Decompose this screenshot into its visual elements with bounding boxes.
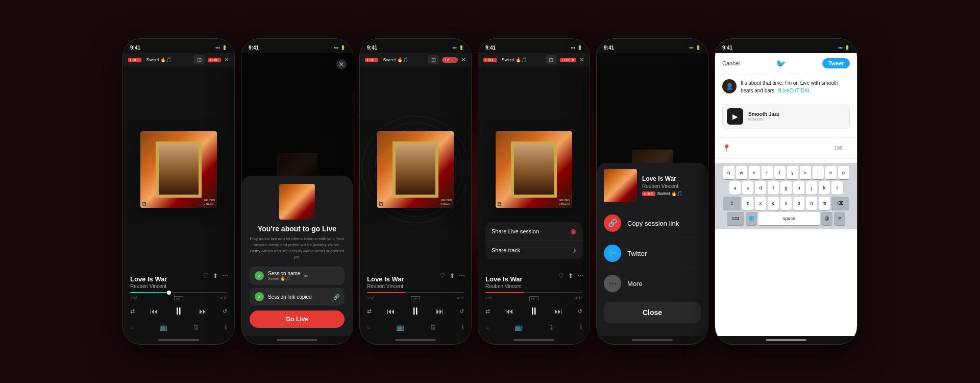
more-icon-1[interactable]: ⋯ (222, 272, 228, 279)
next-icon-4[interactable]: ⏭ (554, 307, 562, 316)
key-globe[interactable]: 🌐 (746, 212, 757, 225)
eq-icon-3[interactable]: 🎛 (430, 323, 436, 331)
progress-bar-4 (485, 292, 582, 293)
key-d[interactable]: d (755, 181, 766, 195)
key-w[interactable]: w (736, 166, 747, 179)
more-icon-4[interactable]: ⋯ (577, 272, 583, 279)
queue-icon-1[interactable]: ≡ (130, 323, 134, 331)
eq-icon-4[interactable]: 🎛 (548, 323, 555, 331)
key-e[interactable]: e (749, 166, 760, 179)
key-j[interactable]: j (806, 181, 817, 195)
shuffle-icon-1[interactable]: ⇄ (130, 308, 135, 315)
key-x[interactable]: x (755, 197, 766, 210)
progress-area-4[interactable] (478, 290, 590, 295)
share-track-row[interactable]: Share track ♪ (485, 241, 582, 259)
cast-icon-3[interactable]: ⊡ (428, 55, 439, 64)
phone-6-status: ▪▪▪ 🔋 (838, 45, 850, 50)
pause-icon-1[interactable]: ⏸ (174, 305, 184, 317)
device-icon-3[interactable]: 📺 (396, 323, 404, 331)
heart-icon-1[interactable]: ♡ (203, 272, 209, 279)
next-icon-1[interactable]: ⏭ (199, 307, 207, 316)
eq-icon-1[interactable]: 🎛 (193, 323, 200, 331)
location-icon[interactable]: 📍 (722, 144, 731, 152)
key-b[interactable]: b (793, 197, 804, 210)
key-v[interactable]: v (780, 197, 792, 210)
key-space[interactable]: space (758, 212, 820, 225)
share-icon-4[interactable]: ⬆ (568, 272, 573, 279)
heart-icon-4[interactable]: ♡ (558, 272, 564, 279)
device-icon-1[interactable]: 📺 (159, 323, 167, 331)
prev-icon-4[interactable]: ⏮ (505, 307, 513, 316)
close-btn-3[interactable]: ✕ (461, 56, 466, 63)
go-live-art (279, 184, 315, 220)
repeat-icon-3[interactable]: ↺ (459, 308, 464, 315)
prev-icon-1[interactable]: ⏮ (150, 307, 158, 316)
twitter-cancel-btn[interactable]: Cancel (722, 60, 740, 66)
key-123[interactable]: 123 (727, 212, 744, 225)
heart-icon-3[interactable]: ♡ (440, 272, 446, 279)
repeat-icon-4[interactable]: ↺ (578, 308, 582, 315)
modal-close-btn[interactable]: ✕ (336, 59, 347, 69)
cast-icon[interactable]: ⊡ (193, 55, 205, 64)
tweet-text-area[interactable]: It's about that time. I'm on Live with s… (741, 79, 850, 94)
key-c[interactable]: c (768, 197, 779, 210)
shuffle-icon-4[interactable]: ⇄ (485, 308, 490, 315)
cast-icon-4[interactable]: ⊡ (546, 55, 557, 64)
shuffle-icon-3[interactable]: ⇄ (367, 308, 372, 315)
home-indicator-3 (360, 336, 471, 344)
key-p[interactable]: p (838, 166, 849, 179)
key-s[interactable]: s (742, 181, 753, 195)
key-z[interactable]: z (742, 197, 753, 210)
share-icon-3[interactable]: ⬆ (450, 272, 455, 279)
go-live-btn[interactable]: Go Live (250, 310, 345, 328)
key-backspace[interactable]: ⌫ (831, 197, 849, 210)
close-btn-4[interactable]: ✕ (579, 56, 584, 63)
more-icon-3[interactable]: ⋯ (459, 272, 465, 279)
close-btn-1[interactable]: ✕ (224, 56, 229, 63)
key-l[interactable]: l (831, 181, 843, 195)
key-at[interactable]: @ (821, 212, 832, 225)
share-option-copy[interactable]: 🔗 Copy session link (604, 208, 701, 238)
share-option-more[interactable]: ⋯ More (604, 269, 701, 298)
key-hash[interactable]: # (834, 212, 845, 225)
share-option-twitter[interactable]: 🐦 Twitter (604, 238, 701, 269)
phone-6-notch: 9:41 ▪▪▪ 🔋 (715, 39, 857, 53)
pause-icon-3[interactable]: ⏸ (410, 305, 421, 317)
key-y[interactable]: y (787, 166, 798, 179)
info-icon-4[interactable]: ℹ (580, 323, 582, 331)
progress-bar-3 (367, 292, 464, 293)
char-count: 195 (827, 146, 850, 151)
key-n[interactable]: n (806, 197, 817, 210)
key-i[interactable]: i (813, 166, 824, 179)
progress-area-1[interactable] (123, 290, 234, 295)
info-icon-3[interactable]: ℹ (461, 323, 464, 331)
progress-area-3[interactable] (360, 290, 471, 295)
key-shift[interactable]: ⇧ (723, 197, 741, 210)
device-icon-4[interactable]: 📺 (514, 323, 523, 331)
controls-1: ⇄ ⏮ ⏸ ⏭ ↺ (123, 302, 234, 320)
queue-icon-4[interactable]: ≡ (485, 323, 489, 331)
key-r[interactable]: r (762, 166, 773, 179)
key-t[interactable]: t (774, 166, 786, 179)
key-f[interactable]: f (768, 181, 779, 195)
session-name-row[interactable]: ✓ Session name Sweet 🔥🎵 ✏ (250, 267, 345, 285)
key-a[interactable]: a (729, 181, 741, 195)
share-close-btn[interactable]: Close (604, 302, 701, 323)
key-h[interactable]: h (793, 181, 804, 195)
key-g[interactable]: g (780, 181, 792, 195)
queue-icon-3[interactable]: ≡ (367, 323, 371, 331)
key-q[interactable]: q (723, 166, 734, 179)
repeat-icon-1[interactable]: ↺ (223, 308, 227, 315)
pause-icon-4[interactable]: ⏸ (529, 305, 539, 317)
info-icon-1[interactable]: ℹ (225, 323, 227, 331)
share-live-row[interactable]: Share Live session ◉ (485, 222, 582, 241)
share-icon-1[interactable]: ⬆ (213, 272, 218, 279)
key-m[interactable]: m (819, 197, 830, 210)
prev-icon-3[interactable]: ⏮ (387, 307, 395, 316)
key-o[interactable]: o (825, 166, 837, 179)
tweet-btn[interactable]: Tweet (822, 58, 850, 68)
key-k[interactable]: k (819, 181, 830, 195)
edit-icon[interactable]: ✏ (304, 273, 308, 279)
next-icon-3[interactable]: ⏭ (436, 307, 444, 316)
key-u[interactable]: u (800, 166, 811, 179)
